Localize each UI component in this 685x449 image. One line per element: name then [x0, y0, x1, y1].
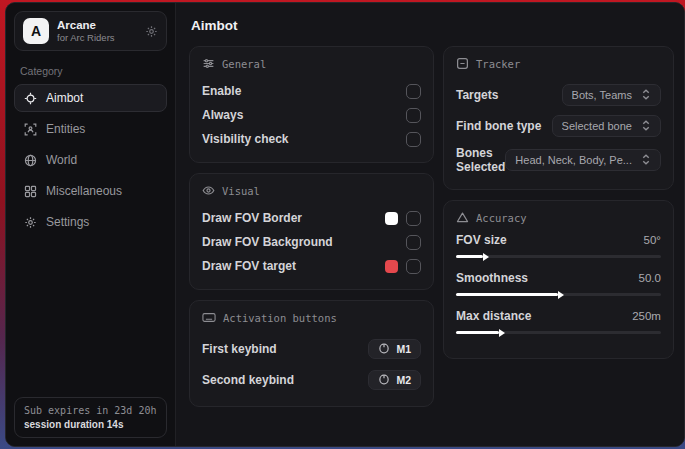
- find-bone-type-dropdown[interactable]: Selected bone: [552, 115, 661, 137]
- triangle-icon: [456, 211, 469, 224]
- setting-row-first-keybind: First keybind M1: [202, 333, 421, 364]
- setting-row-second-keybind: Second keybind M2: [202, 364, 421, 395]
- setting-row-visibility-check: Visibility check: [202, 127, 421, 151]
- setting-row-enable: Enable: [202, 79, 421, 103]
- unfold-icon: [641, 89, 651, 100]
- gear-icon[interactable]: [145, 25, 158, 38]
- card-title: General: [222, 58, 266, 70]
- app-name: Arcane: [57, 18, 115, 32]
- fov-size-slider[interactable]: [456, 255, 661, 258]
- fov-border-checkbox[interactable]: [406, 211, 421, 226]
- sidebar-item-aimbot[interactable]: Aimbot: [14, 84, 167, 112]
- visibility-check-checkbox[interactable]: [406, 132, 421, 147]
- smoothness-slider[interactable]: [456, 293, 661, 296]
- sidebar: A Arcane for Arc Riders Category: [6, 3, 176, 446]
- always-checkbox[interactable]: [406, 108, 421, 123]
- card-title: Activation buttons: [223, 312, 337, 324]
- sidebar-item-label: Aimbot: [46, 91, 83, 105]
- desktop-background: A Arcane for Arc Riders Category: [0, 0, 685, 449]
- sidebar-item-settings[interactable]: Settings: [14, 208, 167, 236]
- box-minus-icon: [456, 57, 469, 70]
- category-label: Category: [20, 65, 161, 77]
- slider-row-fov-size: FOV size 50°: [456, 233, 661, 258]
- setting-row-find-bone-type: Find bone type Selected bone: [456, 110, 661, 141]
- crosshair-icon: [24, 92, 37, 105]
- globe-icon: [24, 154, 37, 167]
- setting-row-bones-selected: Bones Selected Head, Neck, Body, Pe...: [456, 141, 661, 178]
- sliders-icon: [202, 57, 215, 70]
- unfold-icon: [641, 120, 651, 131]
- slider-fill[interactable]: [456, 331, 499, 334]
- max-distance-value: 250m: [632, 310, 661, 322]
- app-logo: A: [23, 18, 49, 44]
- fov-target-checkbox[interactable]: [406, 259, 421, 274]
- sidebar-item-label: World: [46, 153, 77, 167]
- bones-selected-dropdown[interactable]: Head, Neck, Body, Pe...: [505, 149, 661, 171]
- second-keybind-button[interactable]: M2: [368, 370, 421, 390]
- smoothness-value: 50.0: [639, 272, 661, 284]
- visual-card: Visual Draw FOV Border Draw FOV Backgrou…: [189, 173, 434, 290]
- slider-fill[interactable]: [456, 293, 558, 296]
- grid-icon: [24, 185, 37, 198]
- enable-checkbox[interactable]: [406, 84, 421, 99]
- sidebar-item-label: Entities: [46, 122, 85, 136]
- tracker-card: Tracker Targets Bots, Teams: [443, 46, 674, 190]
- setting-row-always: Always: [202, 103, 421, 127]
- fov-size-value: 50°: [644, 234, 661, 246]
- targets-dropdown[interactable]: Bots, Teams: [562, 84, 661, 106]
- keyboard-icon: [202, 311, 216, 324]
- eye-icon: [202, 184, 215, 197]
- setting-row-targets: Targets Bots, Teams: [456, 79, 661, 110]
- card-title: Visual: [222, 185, 260, 197]
- session-duration-text: session duration 14s: [24, 419, 157, 430]
- unfold-icon: [641, 154, 651, 165]
- sidebar-item-label: Settings: [46, 215, 89, 229]
- sub-expiry-text: Sub expires in 23d 20h: [24, 405, 157, 416]
- gear-icon: [24, 216, 37, 229]
- first-keybind-button[interactable]: M1: [368, 339, 421, 359]
- general-card: General Enable Always Visibility check: [189, 46, 434, 163]
- setting-row-fov-target: Draw FOV target: [202, 254, 421, 278]
- sidebar-item-entities[interactable]: Entities: [14, 115, 167, 143]
- mouse-icon: [378, 343, 390, 354]
- fov-target-color-swatch[interactable]: [385, 260, 398, 273]
- card-title: Accuracy: [476, 212, 527, 224]
- fov-border-color-swatch[interactable]: [385, 212, 398, 225]
- mouse-icon: [378, 374, 390, 385]
- subscription-info: Sub expires in 23d 20h session duration …: [14, 397, 167, 438]
- sidebar-item-world[interactable]: World: [14, 146, 167, 174]
- page-title: Aimbot: [191, 18, 671, 33]
- sidebar-item-miscellaneous[interactable]: Miscellaneous: [14, 177, 167, 205]
- entities-icon: [24, 123, 37, 136]
- activation-buttons-card: Activation buttons First keybind: [189, 300, 434, 407]
- sidebar-item-label: Miscellaneous: [46, 184, 122, 198]
- max-distance-slider[interactable]: [456, 331, 661, 334]
- fov-background-checkbox[interactable]: [406, 235, 421, 250]
- setting-row-fov-background: Draw FOV Background: [202, 230, 421, 254]
- slider-row-max-distance: Max distance 250m: [456, 309, 661, 334]
- card-title: Tracker: [476, 58, 520, 70]
- app-window: A Arcane for Arc Riders Category: [5, 2, 685, 447]
- setting-row-fov-border: Draw FOV Border: [202, 206, 421, 230]
- app-subtitle: for Arc Riders: [57, 32, 115, 44]
- slider-fill[interactable]: [456, 255, 483, 258]
- slider-row-smoothness: Smoothness 50.0: [456, 271, 661, 296]
- main-content: Aimbot: [176, 3, 684, 446]
- logo-card: A Arcane for Arc Riders: [14, 11, 167, 51]
- accuracy-card: Accuracy FOV size 50°: [443, 200, 674, 359]
